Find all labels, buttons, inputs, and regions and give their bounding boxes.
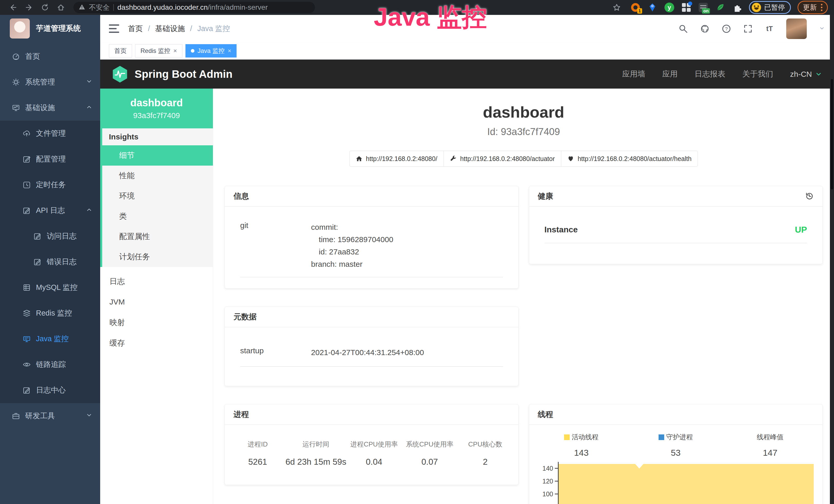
scrollbar-thumb[interactable] <box>831 79 833 189</box>
chevron-down-icon <box>815 71 822 78</box>
sba-nav-config-props[interactable]: 配置属性 <box>102 226 213 247</box>
instance-health-link[interactable]: http://192.168.0.2:48080/actuator/health <box>561 151 698 167</box>
infrastructure-icon <box>12 104 20 112</box>
sidebar-item-tracing[interactable]: 链路追踪 <box>0 352 100 377</box>
caret-down-icon[interactable] <box>818 25 825 32</box>
sba-nav-logs[interactable]: 日志 <box>100 271 213 292</box>
user-avatar[interactable] <box>786 19 807 39</box>
instance-actuator-link[interactable]: http://192.168.0.2:48080/actuator <box>444 151 561 167</box>
sidebar-item-dev-tools[interactable]: 研发工具 <box>0 403 100 429</box>
metadata-card-title: 元数据 <box>225 307 518 327</box>
fullscreen-icon[interactable] <box>743 24 753 33</box>
sba-nav-scheduled-tasks[interactable]: 计划任务 <box>102 247 213 267</box>
sba-nav-wall[interactable]: 应用墙 <box>622 69 645 79</box>
update-button[interactable]: 更新 <box>797 1 828 14</box>
sidebar-item-file-management[interactable]: 文件管理 <box>0 121 100 146</box>
heartbeat-icon <box>567 155 574 162</box>
process-card-title: 进程 <box>225 404 518 425</box>
tab-redis-monitor[interactable]: Redis 监控× <box>135 44 182 58</box>
sba-nav-journal[interactable]: 日志报表 <box>695 69 725 79</box>
history-icon[interactable] <box>805 192 814 201</box>
stat-system-cpu: 系统CPU使用率0.07 <box>402 440 458 467</box>
edit-square-icon <box>23 155 31 163</box>
sba-locale-select[interactable]: zh-CN <box>790 70 822 78</box>
page-scrollbar[interactable] <box>830 15 834 504</box>
sba-sidebar: dashboard 93a3fc7f7409 Insights 细节 性能 环境… <box>100 89 213 504</box>
close-icon[interactable]: × <box>227 47 231 54</box>
github-icon[interactable] <box>700 24 710 33</box>
breadcrumb-current: Java 监控 <box>197 24 230 34</box>
bookmark-star-button[interactable] <box>610 1 623 15</box>
sba-body: dashboard 93a3fc7f7409 Insights 细节 性能 环境… <box>100 89 834 504</box>
health-card-title: 健康 <box>538 191 553 202</box>
sidebar-item-mysql-monitor[interactable]: MySQL 监控 <box>0 275 100 300</box>
sba-nav-about[interactable]: 关于我们 <box>742 69 773 79</box>
extension-y-circle[interactable]: y <box>664 2 675 13</box>
breadcrumb-home[interactable]: 首页 <box>128 24 143 34</box>
database-icon <box>23 283 31 292</box>
app-column: 首页 / 基础设施 / Java 监控 ? tT 首页 <box>100 15 834 504</box>
page-url[interactable]: dashboard.yudao.iocoder.cn/infra/admin-s… <box>117 3 268 12</box>
sidebar-item-log-center[interactable]: 日志中心 <box>0 377 100 403</box>
app-title: 芋道管理系统 <box>36 23 81 33</box>
info-git-row: git commit: time: 1596289704000 id: 27aa… <box>240 221 503 277</box>
layers-icon <box>23 309 31 317</box>
svg-text:?: ? <box>725 26 728 31</box>
sba-nav-environment[interactable]: 环境 <box>102 186 213 206</box>
threads-card: 线程 活动线程 143 守护进程 53 <box>529 404 823 504</box>
sba-nav-applications[interactable]: 应用 <box>662 69 678 79</box>
stat-uptime: 运行时间6d 23h 15m 59s <box>285 440 346 467</box>
sba-instance-header[interactable]: dashboard 93a3fc7f7409 <box>100 89 213 129</box>
omnibox-divider <box>113 4 114 11</box>
breadcrumb-infrastructure[interactable]: 基础设施 <box>155 24 185 34</box>
extensions-puzzle-button[interactable] <box>732 2 742 13</box>
metadata-row-label: startup <box>240 346 311 359</box>
sba-nav-jvm[interactable]: JVM <box>100 292 213 312</box>
close-icon[interactable]: × <box>173 47 177 54</box>
status-badge: UP <box>795 225 807 235</box>
live-threads-area-series <box>559 464 814 504</box>
tab-java-monitor[interactable]: Java 监控× <box>185 44 237 58</box>
sba-nav-details[interactable]: 细节 <box>100 145 213 166</box>
security-label[interactable]: 不安全 <box>89 3 110 12</box>
sidebar-item-access-logs[interactable]: 访问日志 <box>0 223 100 249</box>
browser-reload-button[interactable] <box>38 1 52 15</box>
sidebar-item-infrastructure[interactable]: 基础设施 <box>0 95 100 121</box>
hamburger-icon[interactable] <box>109 24 119 33</box>
search-icon[interactable] <box>678 24 688 33</box>
sidebar-item-config-management[interactable]: 配置管理 <box>0 146 100 172</box>
sba-nav-caches[interactable]: 缓存 <box>100 333 213 353</box>
paused-chip[interactable]: 已暂停 <box>749 1 791 14</box>
area-dip-notch <box>635 464 643 468</box>
sba-root-items: 日志 JVM 映射 缓存 <box>100 267 213 353</box>
extension-switch[interactable]: on <box>698 2 708 13</box>
extension-pin[interactable] <box>647 2 658 13</box>
legend-daemon-threads-swatch <box>659 434 664 440</box>
browser-home-button[interactable] <box>54 1 68 15</box>
health-card: 健康 Instance UP <box>529 186 823 264</box>
sba-nav-classes[interactable]: 类 <box>102 206 213 226</box>
sidebar-item-redis-monitor[interactable]: Redis 监控 <box>0 300 100 326</box>
instance-home-link[interactable]: http://192.168.0.2:48080/ <box>349 151 444 167</box>
font-size-icon[interactable]: tT <box>765 24 774 33</box>
svg-text:tT: tT <box>766 25 773 32</box>
info-card: 信息 git commit: time: 1596289704000 id: 2… <box>224 186 519 289</box>
sidebar-item-java-monitor[interactable]: Java 监控 <box>0 326 100 352</box>
health-row-label: Instance <box>545 225 578 234</box>
sidebar-item-api-logs[interactable]: API 日志 <box>0 198 100 223</box>
sidebar-item-system-management[interactable]: 系统管理 <box>0 69 100 95</box>
extension-colorzilla[interactable]: 1 <box>630 2 641 13</box>
address-bar[interactable]: 不安全 dashboard.yudao.iocoder.cn/infra/adm… <box>73 2 315 13</box>
sba-nav-mappings[interactable]: 映射 <box>100 312 213 333</box>
sba-nav-metrics[interactable]: 性能 <box>102 166 213 186</box>
help-icon[interactable]: ? <box>722 24 731 33</box>
kebab-menu-icon[interactable] <box>821 4 822 11</box>
sidebar-item-error-logs[interactable]: 错误日志 <box>0 249 100 275</box>
browser-back-button[interactable] <box>6 1 20 15</box>
extension-leaf[interactable] <box>715 2 725 13</box>
extension-grid[interactable] <box>681 2 692 13</box>
browser-forward-button[interactable] <box>22 1 36 15</box>
sidebar-item-home[interactable]: 首页 <box>0 44 100 69</box>
sidebar-item-scheduled-jobs[interactable]: 定时任务 <box>0 172 100 198</box>
tab-home[interactable]: 首页 <box>109 44 132 58</box>
